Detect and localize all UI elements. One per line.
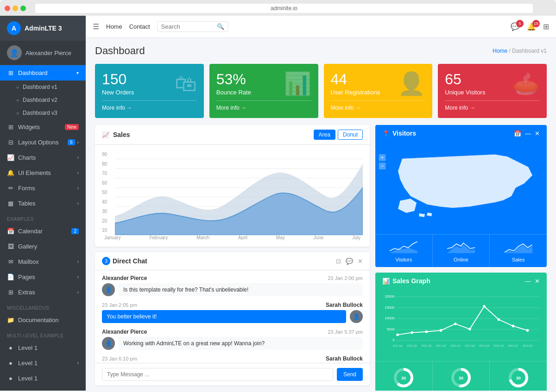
sales-graph-body: 20000 15000 10000 5000 0	[375, 289, 547, 361]
svg-point-25	[440, 329, 442, 332]
count-badge: 6	[68, 139, 75, 145]
window-controls	[5, 6, 26, 11]
info-box-bounce: 53% Bounce Rate 📊 More info →	[209, 64, 318, 118]
home-link[interactable]: Home	[106, 23, 122, 30]
sidebar-item-calendar[interactable]: 📅 Calendar 2	[0, 224, 86, 239]
reg-icon: 👤	[398, 71, 425, 97]
minimize-icon[interactable]: —	[525, 278, 531, 285]
sales-chart-card: 📈 Sales Area Donut 90807060	[95, 125, 370, 247]
sales-graph-card: 📊 Sales Graph — ✕	[375, 273, 547, 391]
sidebar-item-pages[interactable]: 📄 Pages ‹	[0, 269, 86, 285]
sidebar-item-docs[interactable]: 📁 Documentation	[0, 312, 86, 328]
top-navbar: ☰ Home Contact 🔍 💬 5 🔔 15 ⊞	[86, 16, 556, 38]
visitors-more-info[interactable]: More info →	[445, 100, 540, 111]
sidebar-item-tables[interactable]: ▦ Tables ‹	[0, 196, 86, 211]
close-icon[interactable]: ✕	[535, 130, 540, 137]
breadcrumb-home[interactable]: Home	[493, 48, 507, 54]
chevron-icon: ‹	[77, 140, 79, 145]
chat-badge: 3	[102, 257, 110, 265]
search-input[interactable]	[161, 23, 217, 30]
sidebar-item-dashboard-v1[interactable]: Dashboard v1	[0, 81, 86, 93]
sender-avatar: 👤	[102, 337, 115, 350]
visitors-stat-label: Visitors	[380, 257, 428, 262]
visitors-card-header: 📍 Visitors 📅 — ✕	[375, 125, 547, 142]
message-time: 23 Jan 5:37 pm	[328, 329, 363, 335]
sales-chart-header: 📈 Sales Area Donut	[95, 125, 370, 145]
sidebar-item-widgets[interactable]: ⊞ Widgets New	[0, 119, 86, 135]
donut-btn[interactable]: Donut	[338, 130, 363, 140]
chart-x-labels: JanuaryFebruaryMarch AprilMayJuneJuly	[102, 235, 363, 240]
svg-point-26	[454, 323, 457, 325]
sidebar-item-charts[interactable]: 📈 Charts ‹	[0, 150, 86, 165]
sidebar-item-level1c[interactable]: ● Level 1	[0, 371, 86, 386]
sidebar-item-forms[interactable]: ✏ Forms ‹	[0, 180, 86, 196]
chat-toggle-icon[interactable]: 💬	[346, 258, 353, 265]
svg-point-30	[512, 325, 515, 328]
sidebar-item-label: Dashboard	[18, 69, 48, 76]
contact-link[interactable]: Contact	[129, 23, 150, 30]
svg-text:30: 30	[459, 376, 463, 380]
apps-btn[interactable]: ⊞	[543, 22, 549, 31]
app-wrapper: A AdminLTE 3 👤 Alexander Pierce ⊞ Dashbo…	[0, 16, 556, 391]
sidebar-item-extras[interactable]: ⊞ Extras ‹	[0, 285, 86, 300]
maximize-window-btn[interactable]	[20, 6, 26, 11]
reg-more-info[interactable]: More info →	[331, 100, 426, 111]
svg-text:0: 0	[392, 338, 394, 342]
chevron-icon: ‹	[77, 170, 79, 175]
minimize-icon[interactable]: —	[525, 130, 531, 137]
message-time: 23 Jan 6:10 pm	[102, 356, 137, 361]
sales-graph-footer: 30 Mail-Orders 30 Online	[375, 361, 547, 391]
sales-chart-title: Sales	[113, 131, 130, 138]
sidebar-item-dashboard-v3[interactable]: Dashboard v3	[0, 106, 86, 119]
calendar-icon[interactable]: 📅	[514, 130, 521, 137]
bar-chart-icon: 📊	[382, 278, 390, 285]
sidebar: A AdminLTE 3 👤 Alexander Pierce ⊞ Dashbo…	[0, 16, 86, 391]
message-bubble: 👤 You better believe it!	[102, 310, 363, 323]
message-text: You better believe it!	[102, 310, 346, 323]
visitors-icon: 🥧	[512, 71, 540, 97]
area-btn[interactable]: Area	[314, 130, 335, 140]
svg-text:15000: 15000	[385, 305, 394, 310]
chevron-icon: ‹	[77, 290, 79, 295]
sidebar-item-layout[interactable]: ⊟ Layout Options 6 ‹	[0, 135, 86, 150]
message-text: Working with AdminLTE on a great new app…	[119, 337, 363, 350]
info-box-visitors: 65 Unique Visitors 🥧 More info →	[438, 64, 547, 118]
breadcrumb-current: Dashboard v1	[512, 48, 547, 54]
visitors-stat-sales: Sales	[490, 235, 547, 267]
circle-icon: ●	[7, 344, 14, 351]
svg-point-27	[468, 328, 471, 330]
expand-icon[interactable]: ⊡	[336, 258, 341, 265]
close-icon[interactable]: ✕	[358, 258, 363, 265]
minimize-window-btn[interactable]	[13, 6, 18, 11]
sidebar-item-level1a[interactable]: ● Level 1	[0, 340, 86, 355]
sidebar-item-label: Forms	[18, 185, 35, 192]
svg-text:5000: 5000	[387, 327, 395, 331]
url-text: adminlte.io	[271, 5, 297, 12]
svg-text:2012 Q3: 2012 Q3	[479, 344, 489, 347]
address-bar[interactable]: adminlte.io	[35, 4, 533, 13]
sidebar-item-level1b[interactable]: ● Level 1 ‹	[0, 355, 86, 371]
info-box-orders: 150 New Orders 🛍 More info →	[95, 64, 204, 118]
search-icon: 🔍	[217, 23, 224, 30]
close-icon[interactable]: ✕	[535, 278, 540, 285]
sidebar-toggle-btn[interactable]: ☰	[93, 22, 99, 31]
calendar-icon: 📅	[7, 228, 14, 235]
messages-btn[interactable]: 💬 5	[511, 22, 520, 31]
notifications-btn[interactable]: 🔔 15	[527, 22, 536, 31]
close-window-btn[interactable]	[5, 6, 10, 11]
sales-stat-label: Sales	[494, 257, 542, 262]
chat-messages: Alexander Pierce 23 Jan 2:00 pm 👤 Is thi…	[95, 270, 370, 363]
sidebar-item-mailbox[interactable]: ✉ Mailbox ‹	[0, 254, 86, 269]
orders-more-info[interactable]: More info →	[102, 100, 197, 111]
send-button[interactable]: Send	[337, 368, 363, 381]
sidebar-item-label: Charts	[18, 154, 36, 161]
sidebar-item-dashboard-v2[interactable]: Dashboard v2	[0, 93, 86, 106]
sidebar-item-ui[interactable]: 🔔 UI Elements ‹	[0, 165, 86, 180]
sidebar-item-gallery[interactable]: 🖼 Gallery	[0, 239, 86, 254]
y-axis-labels: 90807060 5040302010	[102, 149, 107, 235]
bounce-more-info[interactable]: More info →	[216, 100, 311, 111]
visitors-footer: Visitors Online	[375, 234, 547, 267]
message-header: Alexander Pierce 23 Jan 5:37 pm	[102, 329, 363, 335]
chat-input[interactable]	[102, 368, 333, 381]
sidebar-item-dashboard[interactable]: ⊞ Dashboard ▾	[0, 65, 86, 81]
